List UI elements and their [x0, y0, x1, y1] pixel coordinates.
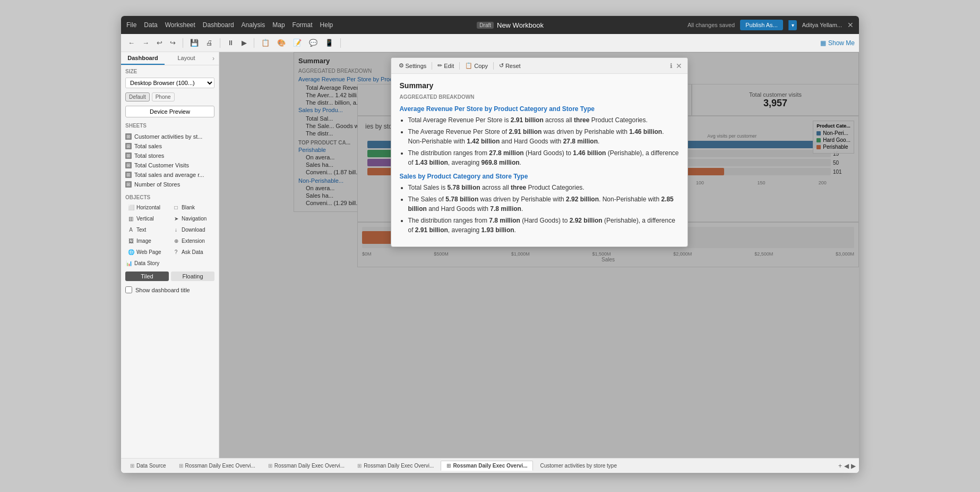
menu-worksheet[interactable]: Worksheet: [165, 21, 195, 29]
reset-button[interactable]: ↺ Reset: [497, 61, 523, 70]
info-icon[interactable]: ℹ: [670, 62, 673, 70]
sheet-item-3[interactable]: ⊞ Total Customer Visits: [121, 160, 219, 170]
publish-button[interactable]: Publish As...: [740, 20, 783, 30]
tab-customer-activities-label: Customer activities by store type: [540, 463, 617, 469]
tab-datasource[interactable]: ⊞ Data Source: [124, 461, 172, 471]
device-default-button[interactable]: Default: [125, 92, 150, 101]
object-label-navigation: Navigation: [182, 216, 207, 222]
toolbar-sep-4: [340, 38, 341, 48]
edit-icon: ✏: [437, 62, 442, 69]
title-bar: File Data Worksheet Dashboard Analysis M…: [121, 16, 859, 34]
tiled-button[interactable]: Tiled: [125, 272, 169, 281]
sheet-icon-0: ⊞: [125, 133, 132, 140]
reset-icon: ↺: [499, 62, 504, 69]
modal-sep-3: [493, 62, 494, 70]
bottom-tabs: ⊞ Data Source ⊞ Rossman Daily Exec Overv…: [121, 458, 859, 473]
menu-data[interactable]: Data: [144, 21, 157, 29]
object-label-vertical: Vertical: [136, 216, 154, 222]
menu-file[interactable]: File: [126, 21, 136, 29]
menu-bar: File Data Worksheet Dashboard Analysis M…: [126, 21, 333, 29]
menu-analysis[interactable]: Analysis: [242, 21, 265, 29]
vertical-icon: ▥: [127, 215, 134, 222]
panel-collapse-button[interactable]: ›: [208, 52, 219, 65]
tab-dashboard[interactable]: Dashboard: [121, 52, 165, 65]
sheet-label-5: Number of Stores: [134, 181, 180, 188]
redo-button[interactable]: ↪: [167, 37, 178, 48]
tab-sheet-2[interactable]: ⊞ Rossman Daily Exec Overvi...: [351, 461, 440, 471]
object-askdata[interactable]: ? Ask Data: [170, 247, 214, 257]
size-select[interactable]: Desktop Browser (100...): [125, 78, 214, 88]
toolbar: ← → ↩ ↪ 💾 🖨 ⏸ ▶ 📋 🎨 📝 💬 📱 ▦ Show Me: [121, 34, 859, 52]
object-navigation[interactable]: ➤ Navigation: [170, 214, 214, 224]
device-phone-button[interactable]: Phone: [152, 92, 175, 101]
workbook-title: New Workbook: [497, 21, 544, 29]
sheet-item-4[interactable]: ⊞ Total sales and average r...: [121, 170, 219, 180]
tab-sheet-label-2: Rossman Daily Exec Overvi...: [364, 463, 434, 469]
device-preview-button[interactable]: Device Preview: [125, 106, 214, 117]
object-datastory[interactable]: 📊 Data Story: [121, 258, 219, 268]
webpage-icon: 🌐: [127, 249, 134, 256]
undo-button[interactable]: ↩: [154, 37, 165, 48]
device-button[interactable]: 📱: [322, 37, 336, 48]
tab-sheet-3[interactable]: ⊞ Rossman Daily Exec Overvi...: [441, 461, 533, 471]
settings-button[interactable]: ⚙ Settings: [397, 61, 429, 70]
save-status: All changes saved: [687, 22, 735, 28]
menu-format[interactable]: Format: [293, 21, 313, 29]
floating-button[interactable]: Floating: [171, 272, 214, 281]
object-webpage[interactable]: 🌐 Web Page: [125, 247, 169, 257]
datasource-icon: ⊞: [130, 463, 134, 469]
object-vertical[interactable]: ▥ Vertical: [125, 214, 169, 224]
pause-button[interactable]: ⏸: [225, 37, 237, 48]
object-blank[interactable]: □ Blank: [170, 202, 214, 213]
paint-button[interactable]: 🎨: [274, 37, 288, 48]
object-label-webpage: Web Page: [136, 249, 161, 255]
object-horizontal[interactable]: ⬜ Horizontal: [125, 202, 169, 213]
tab-sheet-1[interactable]: ⊞ Rossman Daily Exec Overvi...: [262, 461, 350, 471]
forward-button[interactable]: →: [140, 37, 152, 48]
object-text[interactable]: A Text: [125, 225, 169, 235]
object-download[interactable]: ↓ Download: [170, 225, 214, 235]
tab-scroll-right-button[interactable]: ▶: [851, 462, 856, 470]
tab-sheet-0[interactable]: ⊞ Rossman Daily Exec Overvi...: [173, 461, 261, 471]
menu-help[interactable]: Help: [320, 21, 333, 29]
show-me-button[interactable]: ▦ Show Me: [820, 39, 855, 47]
tooltip-button[interactable]: 💬: [306, 37, 320, 48]
tab-scroll-left-button[interactable]: ◀: [844, 462, 849, 470]
sheet-item-1[interactable]: ⊞ Total sales: [121, 141, 219, 151]
publish-dropdown-button[interactable]: ▾: [788, 20, 797, 30]
window-title-area: Draft New Workbook: [477, 21, 544, 29]
edit-button[interactable]: ✏ Edit: [435, 61, 456, 70]
sheet-label-1: Total sales: [134, 143, 162, 149]
image-icon: 🖼: [127, 237, 134, 244]
show-title-row: Show dashboard title: [121, 284, 219, 295]
tab-sheet-icon-3: ⊞: [446, 463, 451, 469]
blank-icon: □: [173, 204, 179, 211]
show-title-checkbox[interactable]: [125, 286, 132, 293]
tab-add-button[interactable]: +: [838, 462, 842, 470]
print-button[interactable]: 🖨: [203, 37, 216, 48]
object-image[interactable]: 🖼 Image: [125, 236, 169, 246]
modal-close-button[interactable]: ✕: [676, 62, 682, 70]
sheet-item-2[interactable]: ⊞ Total stores: [121, 151, 219, 160]
sheet-item-0[interactable]: ⊞ Customer activities by st...: [121, 132, 219, 141]
sheets-section: ⊞ Customer activities by st... ⊞ Total s…: [121, 130, 219, 191]
object-label-datastory: Data Story: [134, 260, 159, 266]
askdata-icon: ?: [173, 249, 179, 256]
run-button[interactable]: ▶: [239, 37, 250, 48]
annotation-button[interactable]: 📝: [290, 37, 304, 48]
format-button[interactable]: 📋: [259, 37, 272, 48]
menu-map[interactable]: Map: [272, 21, 285, 29]
save-button[interactable]: 💾: [187, 37, 201, 48]
copy-button[interactable]: 📋 Copy: [463, 61, 490, 70]
sheet-item-5[interactable]: ⊞ Number of Stores: [121, 180, 219, 189]
menu-dashboard[interactable]: Dashboard: [203, 21, 234, 29]
sheet-label-4: Total sales and average r...: [134, 172, 204, 178]
dashboard-canvas: Summary AGGREGATED BREAKDOWN Average Rev…: [219, 52, 859, 458]
object-extension[interactable]: ⊕ Extension: [170, 236, 214, 246]
close-button[interactable]: ✕: [847, 21, 854, 29]
back-button[interactable]: ←: [125, 37, 137, 48]
toolbar-sep-1: [183, 38, 183, 48]
tab-layout[interactable]: Layout: [165, 52, 208, 65]
tab-customer-activities[interactable]: Customer activities by store type: [534, 461, 623, 471]
agg-label: AGGREGATED BREAKDOWN: [400, 94, 679, 100]
